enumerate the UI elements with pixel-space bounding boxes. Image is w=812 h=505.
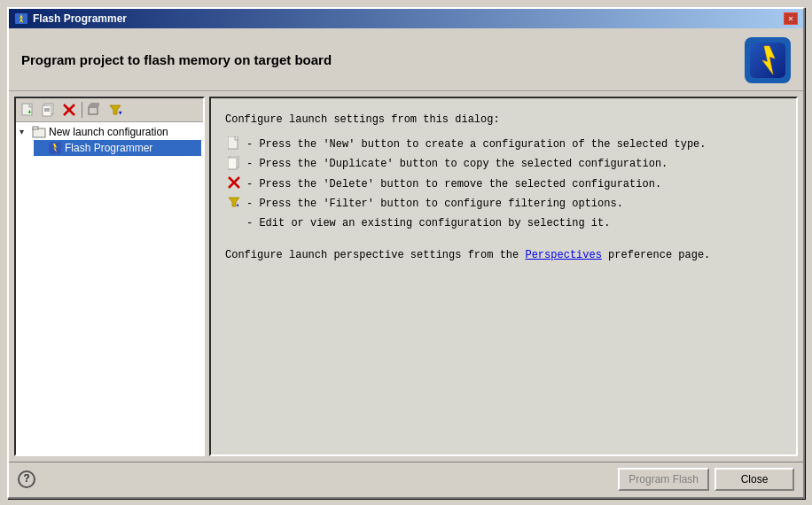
page-title: Program project to flash memory on targe… (21, 52, 332, 67)
duplicate-icon-small (225, 156, 243, 170)
toolbar: + (16, 98, 203, 122)
tree-flash-programmer-label: Flash Programmer (65, 142, 152, 154)
tree-container: ▾ New launch configuration (18, 124, 201, 156)
info-line-filter: ▾ - Press the 'Filter' button to configu… (225, 195, 782, 213)
info-text-filter: - Press the 'Filter' button to configure… (246, 195, 782, 213)
flash-programmer-icon (48, 141, 62, 155)
info-text-delete: - Press the 'Delete' button to remove th… (246, 175, 782, 193)
svg-text:+: + (27, 108, 32, 116)
window-icon (14, 12, 28, 26)
info-line-new: - Press the 'New' button to create a con… (225, 136, 782, 153)
main-window: Flash Programmer ✕ Program project to fl… (7, 7, 805, 499)
bottom-right: Program Flash Close (618, 468, 794, 491)
tree-area: ▾ New launch configuration (16, 122, 203, 454)
title-bar-left: Flash Programmer (14, 12, 127, 26)
toolbar-separator (82, 102, 82, 118)
left-panel: + (14, 97, 205, 456)
svg-text:▾: ▾ (236, 202, 239, 208)
flash-logo (745, 37, 791, 83)
group-icon (32, 125, 46, 139)
info-text-duplicate: - Press the 'Duplicate' button to copy t… (246, 155, 782, 173)
delete-config-button[interactable] (59, 100, 79, 120)
collapse-all-button[interactable] (85, 100, 105, 120)
tree-children: Flash Programmer (18, 140, 201, 156)
duplicate-config-button[interactable] (39, 100, 59, 120)
header-area: Program project to flash memory on targe… (9, 28, 803, 91)
edit-spacer (225, 215, 243, 233)
right-panel: Configure launch settings from this dial… (209, 97, 798, 456)
new-config-button[interactable]: + (19, 100, 38, 120)
tree-group-item[interactable]: ▾ New launch configuration (18, 124, 201, 140)
svg-rect-25 (228, 158, 237, 169)
bottom-bar: ? Program Flash Close (9, 462, 803, 497)
tree-expand-icon: ▾ (20, 127, 32, 136)
filter-button[interactable]: ▾ (105, 100, 125, 120)
program-flash-button[interactable]: Program Flash (618, 468, 709, 491)
info-line-edit: - Edit or view an existing configuration… (225, 214, 782, 233)
perspectives-suffix: preference page. (602, 249, 710, 261)
perspectives-line: Configure launch perspective settings fr… (225, 246, 782, 264)
info-intro: Configure launch settings from this dial… (225, 111, 782, 128)
new-icon-small (225, 136, 243, 151)
perspectives-prefix: Configure launch perspective settings fr… (225, 249, 525, 261)
info-text-edit: - Edit or view an existing configuration… (246, 214, 782, 232)
title-bar: Flash Programmer ✕ (9, 9, 803, 28)
svg-rect-14 (89, 107, 98, 114)
svg-rect-23 (228, 136, 238, 149)
tree-flash-programmer-item[interactable]: Flash Programmer (34, 140, 201, 156)
delete-icon-small (225, 176, 243, 189)
help-button[interactable]: ? (18, 470, 35, 488)
close-window-button[interactable]: ✕ (784, 12, 798, 25)
tree-leaf-space (35, 143, 48, 152)
svg-rect-20 (33, 127, 38, 129)
close-button[interactable]: Close (714, 468, 794, 491)
perspectives-link[interactable]: Perspectives (525, 249, 601, 261)
info-line-duplicate: - Press the 'Duplicate' button to copy t… (225, 155, 782, 173)
content-area: + (9, 91, 803, 462)
window-title: Flash Programmer (33, 12, 127, 25)
info-line-delete: - Press the 'Delete' button to remove th… (225, 175, 782, 193)
filter-icon-small: ▾ (225, 196, 243, 208)
bottom-left: ? (18, 470, 35, 488)
svg-text:▾: ▾ (118, 109, 122, 117)
info-text-new: - Press the 'New' button to create a con… (246, 136, 782, 153)
tree-group-label: New launch configuration (49, 126, 168, 138)
